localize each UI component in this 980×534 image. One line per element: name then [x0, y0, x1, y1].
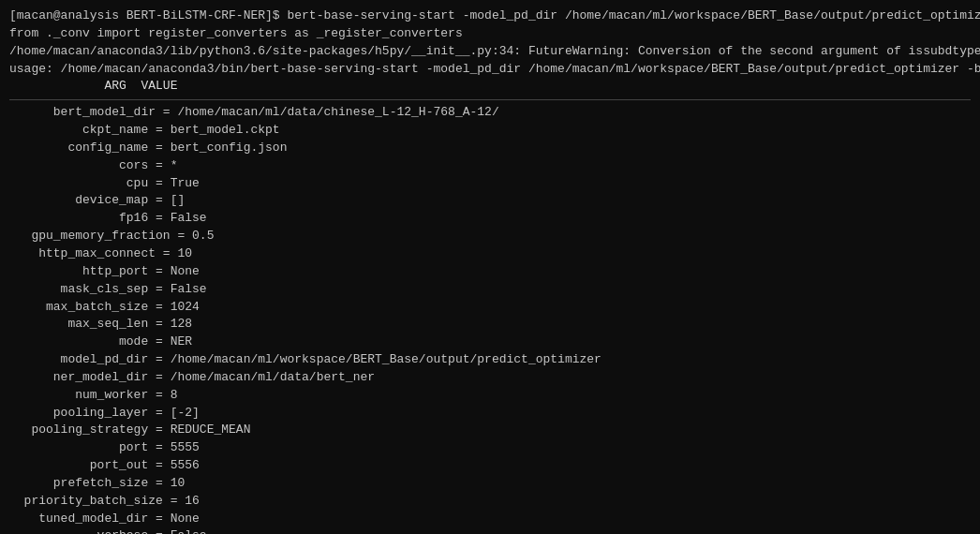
table-row: tuned_model_dir = None — [9, 511, 971, 528]
table-row: model_pd_dir = /home/macan/ml/workspace/… — [9, 351, 971, 369]
warning-line: /home/macan/anaconda3/lib/python3.6/site… — [9, 43, 971, 61]
table-row: ckpt_name = bert_model.ckpt — [9, 122, 971, 140]
table-row: max_seq_len = 128 — [9, 316, 971, 334]
table-row: cors = * — [9, 157, 971, 175]
table-row: cpu = True — [9, 175, 971, 193]
table-row: config_name = bert_config.json — [9, 140, 971, 157]
table-row: bert_model_dir = /home/macan/ml/data/chi… — [9, 104, 971, 122]
table-row: port = 5555 — [9, 439, 971, 457]
table-row: ner_model_dir = /home/macan/ml/data/bert… — [9, 369, 971, 387]
separator — [9, 99, 971, 100]
table-row: prefetch_size = 10 — [9, 475, 971, 493]
table-row: device_map = [] — [9, 192, 971, 210]
table-row: pooling_strategy = REDUCE_MEAN — [9, 422, 971, 439]
usage-line: usage: /home/macan/anaconda3/bin/bert-ba… — [9, 61, 971, 79]
import-line: from ._conv import register_converters a… — [9, 25, 971, 43]
table-row: max_batch_size = 1024 — [9, 299, 971, 317]
table-header: ARG VALUE — [9, 78, 971, 96]
table-row: num_worker = 8 — [9, 387, 971, 405]
table-row: fp16 = False — [9, 210, 971, 228]
prompt-line: [macan@analysis BERT-BiLSTM-CRF-NER]$ be… — [9, 7, 971, 25]
table-row: priority_batch_size = 16 — [9, 493, 971, 511]
table-row: gpu_memory_fraction = 0.5 — [9, 228, 971, 245]
terminal: [macan@analysis BERT-BiLSTM-CRF-NER]$ be… — [0, 0, 980, 534]
table-row: mask_cls_sep = False — [9, 281, 971, 299]
table-row: pooling_layer = [-2] — [9, 405, 971, 423]
table-row: mode = NER — [9, 334, 971, 351]
table-row: http_port = None — [9, 263, 971, 281]
table-row: port_out = 5556 — [9, 457, 971, 475]
table-row: verbose = False — [9, 527, 971, 534]
table-row: http_max_connect = 10 — [9, 245, 971, 263]
params-container: bert_model_dir = /home/macan/ml/data/chi… — [9, 104, 971, 534]
